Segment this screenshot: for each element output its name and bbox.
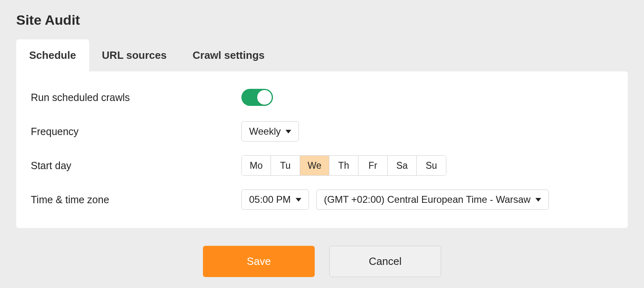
row-time-zone: Time & time zone 05:00 PM (GMT +02:00) C…	[31, 188, 613, 211]
row-start-day: Start day Mo Tu We Th Fr Sa Su	[31, 154, 613, 177]
page-title: Site Audit	[16, 12, 628, 28]
caret-down-icon	[296, 198, 301, 202]
tabs: Schedule URL sources Crawl settings	[16, 39, 628, 71]
row-run-scheduled: Run scheduled crawls	[31, 86, 613, 109]
schedule-panel: Run scheduled crawls Frequency Weekly St…	[16, 71, 628, 228]
time-value: 05:00 PM	[249, 194, 291, 205]
day-mo[interactable]: Mo	[242, 156, 271, 175]
tab-url-sources[interactable]: URL sources	[89, 39, 180, 71]
timezone-value: (GMT +02:00) Central European Time - War…	[324, 194, 531, 205]
frequency-select[interactable]: Weekly	[241, 121, 299, 142]
day-fr[interactable]: Fr	[358, 156, 388, 175]
run-scheduled-toggle[interactable]	[241, 89, 273, 106]
start-day-label: Start day	[31, 160, 241, 172]
save-button[interactable]: Save	[203, 246, 315, 277]
row-frequency: Frequency Weekly	[31, 120, 613, 143]
day-sa[interactable]: Sa	[388, 156, 417, 175]
footer-actions: Save Cancel	[16, 246, 628, 277]
day-tu[interactable]: Tu	[271, 156, 300, 175]
day-we[interactable]: We	[300, 156, 329, 175]
cancel-button[interactable]: Cancel	[329, 246, 441, 277]
tab-schedule[interactable]: Schedule	[16, 39, 89, 71]
frequency-value: Weekly	[249, 126, 281, 137]
timezone-select[interactable]: (GMT +02:00) Central European Time - War…	[316, 189, 549, 210]
time-zone-label: Time & time zone	[31, 194, 241, 206]
run-scheduled-label: Run scheduled crawls	[31, 92, 241, 103]
frequency-label: Frequency	[31, 126, 241, 138]
day-selector: Mo Tu We Th Fr Sa Su	[241, 155, 446, 176]
day-su[interactable]: Su	[417, 156, 446, 175]
day-th[interactable]: Th	[329, 156, 358, 175]
time-select[interactable]: 05:00 PM	[241, 189, 309, 210]
caret-down-icon	[535, 198, 541, 202]
toggle-knob	[257, 90, 272, 105]
tab-crawl-settings[interactable]: Crawl settings	[180, 39, 278, 71]
caret-down-icon	[286, 130, 291, 133]
